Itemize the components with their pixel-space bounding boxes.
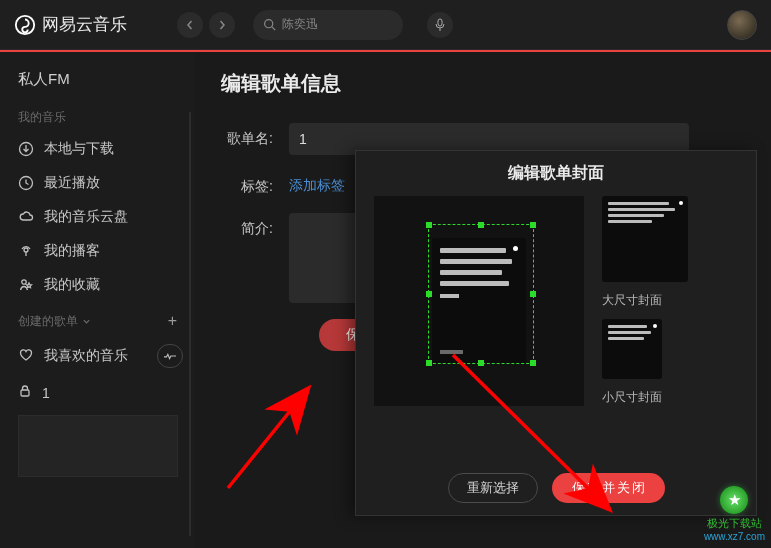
sidebar-item-locked[interactable]: 1 — [0, 376, 195, 409]
heartbeat-icon — [163, 350, 177, 362]
cover-actions: 重新选择 保存并关闭 — [374, 473, 738, 503]
watermark-url: www.xz7.com — [704, 531, 765, 542]
preview-small-label: 小尺寸封面 — [602, 389, 662, 406]
svg-point-6 — [24, 248, 28, 252]
chevron-down-icon[interactable] — [82, 317, 91, 326]
label-playlist-name: 歌单名: — [221, 123, 273, 149]
crop-selection[interactable] — [428, 224, 534, 364]
crop-handle[interactable] — [426, 360, 432, 366]
avatar[interactable] — [727, 10, 757, 40]
label-tags: 标签: — [221, 171, 273, 197]
preview-large — [602, 196, 688, 282]
crop-handle[interactable] — [530, 291, 536, 297]
sidebar-item-label: 1 — [42, 385, 50, 401]
svg-point-1 — [265, 20, 273, 28]
sidebar-item-local[interactable]: 本地与下载 — [0, 132, 195, 166]
watermark: ★ 极光下载站 www.xz7.com — [704, 486, 765, 542]
crop-handle[interactable] — [530, 222, 536, 228]
heart-beat-button[interactable] — [157, 344, 183, 368]
cover-edit-dialog: 编辑歌单封面 大 — [355, 150, 757, 516]
logo: 网易云音乐 — [14, 13, 127, 36]
nav-back-button[interactable] — [177, 12, 203, 38]
watermark-text: 极光下载站 — [707, 516, 762, 531]
cover-crop-area[interactable] — [374, 196, 584, 406]
star-person-icon — [18, 277, 34, 293]
cover-dialog-title: 编辑歌单封面 — [374, 163, 738, 184]
preview-small — [602, 319, 662, 379]
preview-large-label: 大尺寸封面 — [602, 292, 662, 309]
sidebar-scrollbar[interactable] — [189, 112, 191, 536]
crop-handle[interactable] — [426, 222, 432, 228]
svg-rect-8 — [21, 390, 29, 396]
heart-outline-icon — [18, 347, 34, 366]
sidebar-item-collection[interactable]: 我的收藏 — [0, 268, 195, 302]
sidebar-personal-fm[interactable]: 私人FM — [0, 62, 195, 97]
sidebar-item-label: 最近播放 — [44, 174, 100, 192]
cloud-icon — [18, 209, 34, 225]
add-tags-link[interactable]: 添加标签 — [289, 171, 345, 195]
svg-line-2 — [272, 27, 275, 30]
netease-logo-icon — [14, 14, 36, 36]
reselect-button[interactable]: 重新选择 — [448, 473, 538, 503]
sidebar-item-label: 本地与下载 — [44, 140, 114, 158]
crop-handle[interactable] — [478, 222, 484, 228]
sidebar-item-recent[interactable]: 最近播放 — [0, 166, 195, 200]
watermark-star-icon: ★ — [720, 486, 748, 514]
search-placeholder: 陈奕迅 — [282, 16, 318, 33]
sidebar-group-label: 创建的歌单 — [18, 313, 78, 330]
podcast-icon — [18, 243, 34, 259]
chevron-right-icon — [217, 20, 227, 30]
page-title: 编辑歌单信息 — [221, 70, 745, 97]
crop-handle[interactable] — [426, 291, 432, 297]
clock-icon — [18, 175, 34, 191]
svg-rect-3 — [438, 19, 442, 26]
sidebar-playlist-thumb[interactable] — [18, 415, 178, 477]
crop-handle[interactable] — [530, 360, 536, 366]
nav-forward-button[interactable] — [209, 12, 235, 38]
mic-icon — [434, 18, 446, 32]
sidebar-group-created: 创建的歌单 + — [0, 302, 195, 336]
cover-previews: 大尺寸封面 小尺寸封面 — [602, 196, 688, 459]
sidebar-item-podcast[interactable]: 我的播客 — [0, 234, 195, 268]
crop-handle[interactable] — [478, 360, 484, 366]
nav-arrows — [177, 12, 235, 38]
label-intro: 简介: — [221, 213, 273, 239]
sidebar-item-cloud[interactable]: 我的音乐云盘 — [0, 200, 195, 234]
header-bar: 网易云音乐 陈奕迅 — [0, 0, 771, 50]
sidebar-item-label: 我的收藏 — [44, 276, 100, 294]
add-playlist-button[interactable]: + — [168, 312, 177, 330]
sidebar-item-label: 我的播客 — [44, 242, 100, 260]
voice-search-button[interactable] — [427, 12, 453, 38]
svg-point-7 — [22, 280, 26, 284]
sidebar-group-my-music: 我的音乐 — [0, 97, 195, 132]
save-close-button[interactable]: 保存并关闭 — [552, 473, 665, 503]
sidebar-item-liked[interactable]: 我喜欢的音乐 — [0, 336, 195, 376]
sidebar-item-label: 我喜欢的音乐 — [44, 347, 128, 365]
app-name: 网易云音乐 — [42, 13, 127, 36]
search-icon — [263, 18, 276, 31]
search-input[interactable]: 陈奕迅 — [253, 10, 403, 40]
chevron-left-icon — [185, 20, 195, 30]
lock-icon — [18, 384, 32, 401]
sidebar-item-label: 我的音乐云盘 — [44, 208, 128, 226]
sidebar: 私人FM 我的音乐 本地与下载 最近播放 我的音乐云盘 我的播客 我的收藏 创建… — [0, 52, 195, 548]
download-icon — [18, 141, 34, 157]
